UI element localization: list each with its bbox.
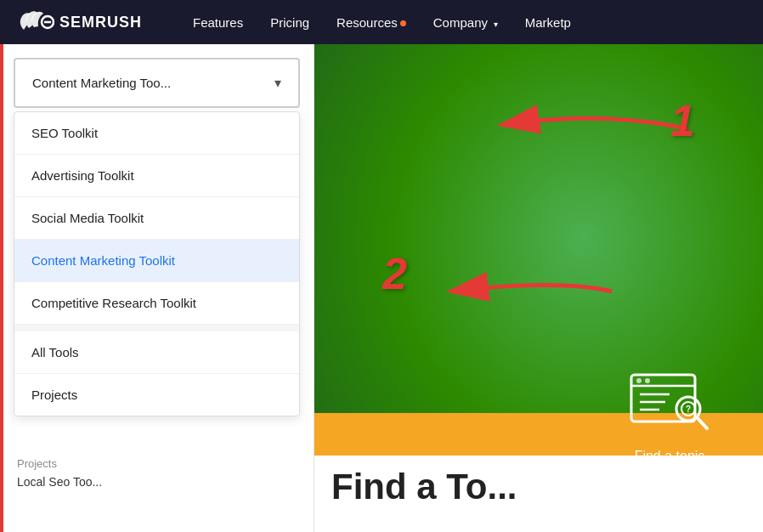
company-chevron: ▾ — [491, 20, 498, 29]
dropdown-item-all-tools[interactable]: All Tools — [14, 325, 299, 374]
annotation-2: 2 — [382, 248, 407, 299]
find-topic-text: Find a topic — [635, 449, 705, 464]
bottom-heading-area: Find a To... — [314, 456, 763, 532]
svg-line-13 — [697, 417, 707, 428]
main-content: Content Marketing Too... ▾ SEO Toolkit A… — [0, 44, 763, 532]
dropdown-trigger[interactable]: Content Marketing Too... ▾ — [14, 58, 300, 108]
logo-icon — [17, 9, 54, 35]
dropdown-item-seo[interactable]: SEO Toolkit — [14, 112, 299, 155]
sidebar-projects-label: Projects — [17, 456, 57, 471]
dropdown-item-projects[interactable]: Projects — [14, 374, 299, 416]
svg-text:?: ? — [686, 405, 691, 414]
annotation-1: 1 — [670, 95, 695, 146]
nav-company[interactable]: Company ▾ — [433, 15, 498, 30]
dropdown-trigger-text: Content Marketing Too... — [32, 76, 171, 90]
right-content: 1 2 ? Find a top — [314, 44, 763, 532]
logo-text: SEMRUSH — [59, 14, 142, 31]
find-topic-icon: ? — [627, 371, 712, 439]
dropdown-menu: SEO Toolkit Advertising Toolkit Social M… — [14, 111, 300, 416]
dropdown-item-competitive[interactable]: Competitive Research Toolkit — [14, 282, 299, 325]
dropdown-item-advertising[interactable]: Advertising Toolkit — [14, 155, 299, 197]
dropdown-item-social-media[interactable]: Social Media Toolkit — [14, 197, 299, 240]
resources-dot — [400, 20, 406, 26]
find-topic-area: ? Find a topic — [627, 371, 712, 464]
svg-point-6 — [636, 378, 641, 383]
nav-features[interactable]: Features — [193, 15, 243, 30]
nav-marketplace[interactable]: Marketp — [525, 15, 571, 30]
bottom-heading-text: Find a To... — [331, 469, 517, 505]
sidebar: Content Marketing Too... ▾ SEO Toolkit A… — [0, 44, 314, 532]
sidebar-local-seo-label: Local Seo Too... — [17, 474, 102, 490]
dropdown-item-content-marketing[interactable]: Content Marketing Toolkit — [14, 240, 299, 282]
arrow-2-icon — [433, 262, 629, 321]
active-indicator — [0, 44, 3, 532]
navbar: SEMRUSH Features Pricing Resources Compa… — [0, 0, 763, 44]
nav-pricing[interactable]: Pricing — [270, 15, 309, 30]
dropdown-chevron-icon: ▾ — [274, 75, 281, 91]
nav-links: Features Pricing Resources Company ▾ Mar… — [193, 15, 571, 30]
nav-resources[interactable]: Resources — [336, 15, 406, 30]
logo[interactable]: SEMRUSH — [17, 9, 142, 35]
svg-point-7 — [645, 378, 650, 383]
